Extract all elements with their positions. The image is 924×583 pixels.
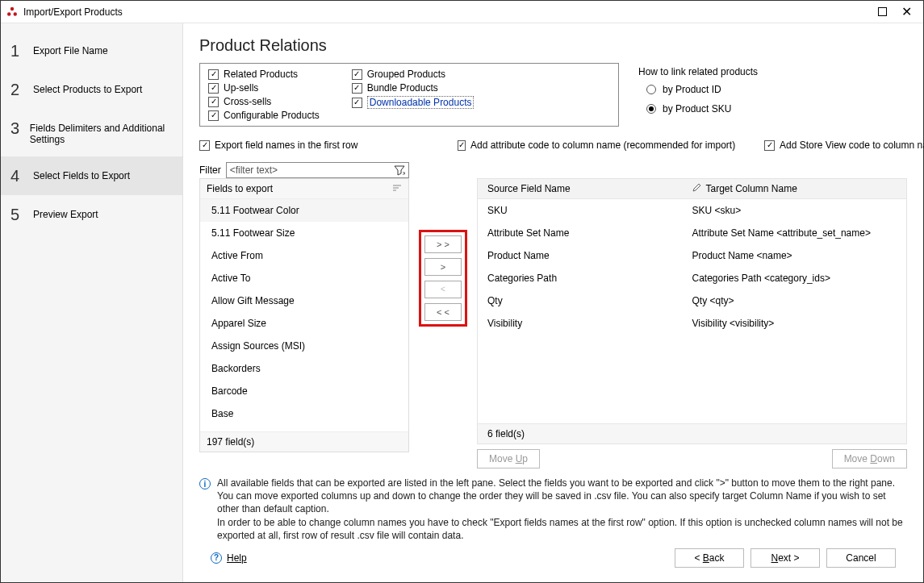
chk-add-store-view[interactable]: Add Store View code to column nam xyxy=(764,140,924,151)
radio-by-product-sku[interactable]: by Product SKU xyxy=(646,103,758,115)
table-row[interactable]: Product NameProduct Name <name> xyxy=(478,244,906,267)
filter-input[interactable]: <filter text> x xyxy=(226,162,409,178)
chk-add-attribute-code[interactable]: Add attribute code to column name (recom… xyxy=(458,140,716,151)
info-text: All available fields that can be exporte… xyxy=(217,477,907,542)
step-1[interactable]: 1 Export File Name xyxy=(1,31,182,70)
chk-downloadable-products[interactable]: Downloadable Products xyxy=(352,96,475,109)
btn-remove[interactable]: < xyxy=(424,281,462,298)
radio-by-product-id[interactable]: by Product ID xyxy=(646,84,758,95)
table-row[interactable]: QtyQty <qty> xyxy=(478,289,906,312)
list-item[interactable]: Base xyxy=(200,402,408,425)
selected-fields-footer: 6 field(s) xyxy=(478,423,906,443)
list-item[interactable]: Apparel Size xyxy=(200,312,408,335)
transfer-buttons-highlight: > > > < < < xyxy=(419,230,467,327)
list-item[interactable]: Barcode xyxy=(200,380,408,402)
fields-list-footer: 197 field(s) xyxy=(200,431,408,452)
filter-icon[interactable]: x xyxy=(394,164,405,178)
chk-grouped-products[interactable]: Grouped Products xyxy=(352,69,475,80)
page-title: Product Relations xyxy=(199,36,907,55)
maximize-button[interactable] xyxy=(870,4,894,20)
title-bar: Import/Export Products ✕ xyxy=(1,1,923,23)
table-row[interactable]: Categories PathCategories Path <category… xyxy=(478,267,906,289)
back-button[interactable]: < Back xyxy=(675,548,744,568)
chk-up-sells[interactable]: Up-sells xyxy=(208,82,320,94)
list-item[interactable]: 5.11 Footwear Size xyxy=(200,222,408,244)
btn-move-down[interactable]: Move Down xyxy=(832,449,907,468)
btn-add-all[interactable]: > > xyxy=(424,235,462,253)
app-icon xyxy=(6,6,19,19)
link-options-label: How to link related products xyxy=(638,66,758,77)
list-item[interactable]: Backorders xyxy=(200,357,408,380)
th-source[interactable]: Source Field Name xyxy=(487,183,692,194)
btn-remove-all[interactable]: < < xyxy=(424,303,462,321)
product-relations-box: Related Products Up-sells Cross-sells Co… xyxy=(199,63,619,127)
info-icon: i xyxy=(199,478,211,489)
svg-text:x: x xyxy=(403,169,405,176)
sort-icon[interactable] xyxy=(392,184,402,194)
next-button[interactable]: Next > xyxy=(750,548,820,568)
link-options: How to link related products by Product … xyxy=(635,63,758,127)
chk-export-field-names[interactable]: Export field names in the first row xyxy=(199,140,409,151)
svg-point-1 xyxy=(7,12,10,15)
window-title: Import/Export Products xyxy=(23,6,870,18)
list-item[interactable]: Active To xyxy=(200,267,408,289)
table-row[interactable]: SKUSKU <sku> xyxy=(478,199,906,222)
list-item[interactable]: Assign Sources (MSI) xyxy=(200,335,408,357)
chk-bundle-products[interactable]: Bundle Products xyxy=(352,82,475,94)
fields-to-export-list: Fields to export 5.11 Footwear Color 5.1… xyxy=(199,178,409,452)
list-item[interactable]: Active From xyxy=(200,244,408,267)
chk-configurable-products[interactable]: Configurable Products xyxy=(208,110,320,121)
close-button[interactable]: ✕ xyxy=(894,4,918,20)
step-2[interactable]: 2 Select Products to Export xyxy=(1,70,182,109)
cancel-button[interactable]: Cancel xyxy=(826,548,896,568)
btn-move-up[interactable]: Move Up xyxy=(477,449,540,468)
fields-list-header: Fields to export xyxy=(207,183,273,194)
help-icon: ? xyxy=(211,552,222,564)
svg-rect-3 xyxy=(878,8,886,16)
help-link[interactable]: ? Help xyxy=(211,552,247,564)
filter-row: Filter <filter text> x xyxy=(199,162,409,178)
svg-point-0 xyxy=(10,6,14,10)
list-item[interactable]: 5.11 Footwear Color xyxy=(200,199,408,222)
filter-label: Filter xyxy=(199,164,221,176)
selected-fields-table: Source Field Name Target Column Name SKU… xyxy=(477,178,907,444)
pencil-icon xyxy=(692,183,701,194)
wizard-sidebar: 1 Export File Name 2 Select Products to … xyxy=(1,23,183,582)
chk-related-products[interactable]: Related Products xyxy=(208,69,320,80)
step-4[interactable]: 4 Select Fields to Export xyxy=(1,156,182,195)
table-row[interactable]: VisibilityVisibility <visibility> xyxy=(478,312,906,335)
btn-add[interactable]: > xyxy=(424,258,462,276)
step-5[interactable]: 5 Preview Export xyxy=(1,195,182,234)
chk-cross-sells[interactable]: Cross-sells xyxy=(208,96,320,107)
table-row[interactable]: Attribute Set NameAttribute Set Name <at… xyxy=(478,222,906,244)
svg-point-2 xyxy=(14,12,17,15)
list-item[interactable]: Allow Gift Message xyxy=(200,289,408,312)
th-target[interactable]: Target Column Name xyxy=(692,183,897,194)
step-3[interactable]: 3 Fields Delimiters and Additional Setti… xyxy=(1,109,182,156)
